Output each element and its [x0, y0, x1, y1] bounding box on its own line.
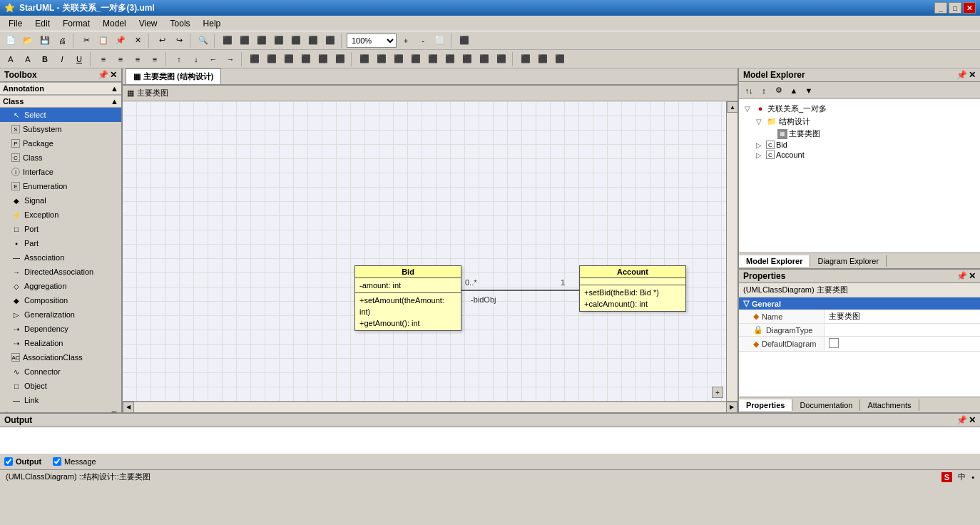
toolbox-section-class[interactable]: Class ▲	[0, 95, 121, 108]
menu-edit[interactable]: Edit	[29, 17, 56, 30]
me-pin-icon[interactable]: 📌	[956, 70, 967, 80]
tb2-b15[interactable]: ⬛	[264, 51, 280, 67]
tb2-b19[interactable]: ⬛	[332, 51, 348, 67]
toolbox-item-signal[interactable]: ◆ Signal	[0, 193, 121, 208]
tb2-b17[interactable]: ⬛	[298, 51, 314, 67]
tb2-b31[interactable]: ⬛	[552, 51, 568, 67]
toolbox-item-object[interactable]: □ Object	[0, 379, 121, 393]
toolbox-item-realization[interactable]: ⇢ Realization	[0, 336, 121, 350]
structure-expand[interactable]: ▽	[753, 118, 765, 126]
tb-b2[interactable]: ⬛	[237, 33, 252, 49]
paste-button[interactable]: 📌	[113, 33, 128, 49]
h-scroll-track[interactable]	[134, 402, 726, 412]
tb2-b24[interactable]: ⬛	[425, 51, 441, 67]
props-val-diagramtype[interactable]	[825, 324, 980, 336]
toolbox-item-association-class[interactable]: AC AssociationClass	[0, 350, 121, 365]
tb2-b12[interactable]: ←	[205, 51, 221, 67]
tb2-b9[interactable]: ≡	[147, 51, 163, 67]
zoom-select[interactable]: 100% 50% 75% 150% 200%	[347, 34, 397, 48]
props-tab-documentation[interactable]: Documentation	[792, 399, 860, 411]
menu-file[interactable]: File	[3, 17, 28, 30]
tree-item-main-diagram[interactable]: ▦ 主要类图	[765, 128, 977, 140]
tree-item-account[interactable]: ▷ C Account	[753, 150, 977, 160]
tb2-b8[interactable]: ≡	[130, 51, 146, 67]
out-tab-output[interactable]: Output	[4, 457, 41, 466]
find-button[interactable]: 🔍	[195, 33, 211, 49]
toolbox-item-association[interactable]: — Association	[0, 250, 121, 265]
root-expand[interactable]: ▽	[742, 105, 753, 113]
toolbox-pin-icon[interactable]: 📌	[98, 70, 108, 80]
toolbox-section-annotation[interactable]: Annotation ▲	[0, 82, 121, 95]
menu-help[interactable]: Help	[198, 17, 227, 30]
account-class[interactable]: Account +setBid(theBid: Bid *) +calcAmou…	[579, 265, 686, 312]
tree-item-structure[interactable]: ▽ 📁 结构设计	[753, 115, 977, 128]
copy-button[interactable]: 📋	[96, 33, 111, 49]
menu-format[interactable]: Format	[57, 17, 96, 30]
tb2-b30[interactable]: ⬛	[535, 51, 551, 67]
tb2-b21[interactable]: ⬛	[374, 51, 389, 67]
me-down-btn[interactable]: ▼	[802, 83, 816, 98]
toolbox-item-aggregation[interactable]: ◇ Aggregation	[0, 279, 121, 293]
toolbox-item-subsystem[interactable]: S Subsystem	[0, 122, 121, 136]
toolbox-item-package[interactable]: P Package	[0, 136, 121, 151]
menu-view[interactable]: View	[133, 17, 163, 30]
tb2-b23[interactable]: ⬛	[408, 51, 424, 67]
me-sort2-btn[interactable]: ↕	[757, 83, 771, 98]
toolbox-item-dependency[interactable]: ⇢ Dependency	[0, 322, 121, 336]
tree-item-root[interactable]: ▽ ● 关联关系_一对多	[742, 102, 977, 115]
tb2-b27[interactable]: ⬛	[476, 51, 492, 67]
diagram-canvas[interactable]: 0..* 1 -bidObj Bid -amount: int +setAmou…	[123, 101, 737, 401]
props-close-icon[interactable]: ✕	[969, 271, 976, 281]
output-pin-icon[interactable]: 📌	[956, 415, 967, 425]
toolbox-item-class[interactable]: C Class	[0, 151, 121, 165]
canvas-zoom-in[interactable]: +	[712, 387, 723, 398]
toolbox-item-exception[interactable]: ⚡ Exception	[0, 208, 121, 222]
tb2-b2[interactable]: A	[20, 51, 36, 67]
minimize-button[interactable]: _	[934, 2, 947, 14]
toolbox-item-enumeration[interactable]: E Enumeration	[0, 179, 121, 193]
toolbox-item-select[interactable]: ↖ Select	[0, 108, 121, 122]
cut-button[interactable]: ✂	[78, 33, 94, 49]
toolbox-scroll-down[interactable]: ▼	[110, 409, 118, 412]
v-scrollbar[interactable]: ▲ ▼	[726, 101, 737, 401]
account-expand[interactable]: ▷	[753, 151, 765, 159]
tb2-b28[interactable]: ⬛	[494, 51, 509, 67]
tb-b6[interactable]: ⬛	[305, 33, 321, 49]
open-button[interactable]: 📂	[20, 33, 36, 49]
tb2-b25[interactable]: ⬛	[442, 51, 458, 67]
toolbox-close-icon[interactable]: ✕	[110, 70, 117, 80]
toolbox-item-composition[interactable]: ◆ Composition	[0, 293, 121, 307]
tb-b7[interactable]: ⬛	[322, 33, 338, 49]
tb2-b26[interactable]: ⬛	[459, 51, 475, 67]
tb2-b6[interactable]: ≡	[96, 51, 111, 67]
me-settings-btn[interactable]: ⚙	[772, 83, 786, 98]
toolbox-scroll-up[interactable]: ▲	[3, 409, 11, 412]
tb2-b1[interactable]: A	[3, 51, 19, 67]
tb2-b4[interactable]: I	[54, 51, 70, 67]
toolbox-item-connector[interactable]: ∿ Connector	[0, 365, 121, 379]
tb-b8[interactable]: ⬛	[456, 33, 472, 49]
me-tab-model[interactable]: Model Explorer	[739, 255, 810, 267]
props-pin-icon[interactable]: 📌	[956, 271, 967, 281]
diagram-tab-main[interactable]: ▦ 主要类图 (结构设计)	[126, 68, 221, 84]
me-up-btn[interactable]: ▲	[787, 83, 801, 98]
zoom-out-button[interactable]: -	[415, 33, 431, 49]
undo-button[interactable]: ↩	[154, 33, 170, 49]
props-val-name[interactable]: 主要类图	[825, 310, 980, 323]
out-tab-message[interactable]: Message	[53, 457, 96, 466]
output-close-icon[interactable]: ✕	[969, 415, 976, 425]
redo-button[interactable]: ↪	[171, 33, 187, 49]
message-checkbox[interactable]	[53, 457, 61, 466]
tb2-b16[interactable]: ⬛	[281, 51, 297, 67]
me-close-icon[interactable]: ✕	[969, 70, 976, 80]
props-tab-properties[interactable]: Properties	[739, 399, 792, 411]
tb-b3[interactable]: ⬛	[254, 33, 270, 49]
me-sort-btn[interactable]: ↑↓	[742, 83, 756, 98]
output-checkbox[interactable]	[4, 457, 13, 466]
tb-b4[interactable]: ⬛	[271, 33, 287, 49]
v-scroll-up[interactable]: ▲	[727, 101, 737, 113]
title-bar-controls[interactable]: _ □ ✕	[934, 2, 976, 14]
toolbox-item-part[interactable]: ▪ Part	[0, 236, 121, 250]
maximize-button[interactable]: □	[949, 2, 961, 14]
tb2-b20[interactable]: ⬛	[357, 51, 372, 67]
